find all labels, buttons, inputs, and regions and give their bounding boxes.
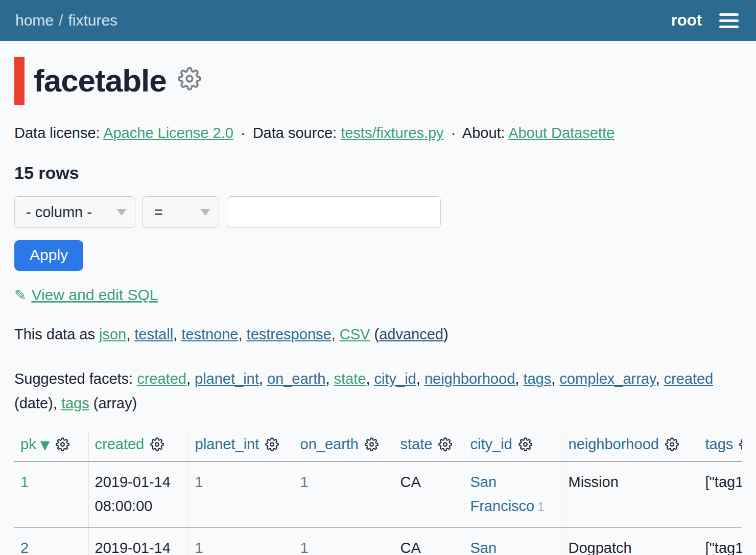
filter-column-select[interactable]: - column - xyxy=(14,196,135,228)
view-edit-sql-link[interactable]: View and edit SQL xyxy=(31,286,158,303)
separator-dot: · xyxy=(241,125,246,141)
cell-neighborhood: Mission xyxy=(562,461,699,527)
cell-neighborhood: Dogpatch xyxy=(562,527,699,555)
about-label: About: xyxy=(462,125,505,141)
filter-column-value: - column - xyxy=(26,204,92,221)
export-links-line: This data asjson, testall, testnone, tes… xyxy=(14,326,742,343)
breadcrumb-fixtures-link[interactable]: fixtures xyxy=(68,12,117,29)
breadcrumb-separator: / xyxy=(59,12,63,29)
source-link[interactable]: tests/fixtures.py xyxy=(341,125,443,141)
cell-on-earth: 1 xyxy=(294,461,394,527)
logged-in-user[interactable]: root xyxy=(671,11,702,30)
license-link[interactable]: Apache License 2.0 xyxy=(103,125,233,141)
column-gear-icon[interactable] xyxy=(739,437,742,451)
export-testresponse-link[interactable]: testresponse xyxy=(247,326,332,342)
cell-tags: ["tag1", "tag2"] xyxy=(699,461,742,527)
source-label: Data source: xyxy=(253,125,337,141)
facet-tags-link[interactable]: tags xyxy=(523,371,551,387)
facet-city-id-link[interactable]: city_id xyxy=(374,371,416,387)
facet-tags-array-link[interactable]: tags xyxy=(61,395,89,411)
data-table: pk▼ created planet_int on_earth state xyxy=(14,431,742,555)
export-testnone-link[interactable]: testnone xyxy=(181,326,238,342)
filter-operator-select[interactable]: = xyxy=(143,196,219,228)
sort-desc-icon: ▼ xyxy=(40,438,50,452)
about-link[interactable]: About Datasette xyxy=(508,125,615,141)
chevron-down-icon xyxy=(116,209,127,216)
column-gear-icon[interactable] xyxy=(56,437,69,451)
column-gear-icon[interactable] xyxy=(265,437,279,451)
separator-dot: · xyxy=(451,125,456,141)
row-count: 15 rows xyxy=(14,163,742,183)
cell-state: CA xyxy=(394,527,464,555)
metadata-line: Data license: Apache License 2.0 · Data … xyxy=(14,125,742,142)
chevron-down-icon xyxy=(200,209,210,216)
license-label: Data license: xyxy=(14,125,100,141)
table-settings-gear-icon[interactable] xyxy=(178,67,201,90)
table-row: 1 2019-01-14 08:00:00 1 1 CA San Francis… xyxy=(14,461,742,527)
main-content: facetable Data license: Apache License 2… xyxy=(0,56,756,555)
cell-created: 2019-01-14 08:00:00 xyxy=(88,527,188,555)
data-table-wrapper: pk▼ created planet_int on_earth state xyxy=(14,431,742,555)
column-gear-icon[interactable] xyxy=(438,437,452,451)
cell-planet-int: 1 xyxy=(188,461,294,527)
column-header-created[interactable]: created xyxy=(88,431,188,461)
row-pk-link[interactable]: 2 xyxy=(20,540,29,555)
table-row: 2 2019-01-14 08:00:00 1 1 CA San Francis… xyxy=(14,527,742,555)
title-accent-bar xyxy=(14,57,25,105)
column-header-pk[interactable]: pk▼ xyxy=(14,431,88,461)
facet-on-earth-link[interactable]: on_earth xyxy=(267,371,326,387)
pencil-icon: ✎ xyxy=(14,287,26,304)
cell-created: 2019-01-14 08:00:00 xyxy=(88,461,188,527)
column-header-neighborhood[interactable]: neighborhood xyxy=(562,431,699,461)
column-header-on-earth[interactable]: on_earth xyxy=(294,431,394,461)
column-gear-icon[interactable] xyxy=(665,437,679,451)
cell-city-id: San Francisco1 xyxy=(464,527,562,555)
export-advanced-link[interactable]: advanced xyxy=(379,326,443,342)
column-gear-icon[interactable] xyxy=(518,437,532,451)
facet-state-link[interactable]: state xyxy=(334,371,366,387)
column-header-city-id[interactable]: city_id xyxy=(464,431,562,461)
row-pk-link[interactable]: 1 xyxy=(20,474,29,490)
column-header-tags[interactable]: tags xyxy=(699,431,742,461)
suggested-facets-line: Suggested facets:created, planet_int, on… xyxy=(14,366,742,416)
table-header-row: pk▼ created planet_int on_earth state xyxy=(14,431,742,461)
cell-on-earth: 1 xyxy=(294,527,394,555)
page-title: facetable xyxy=(34,65,167,97)
export-prefix: This data as xyxy=(14,326,95,342)
filter-value-input[interactable] xyxy=(227,196,441,228)
breadcrumb: home/fixtures xyxy=(15,12,117,29)
cell-planet-int: 1 xyxy=(188,527,294,555)
fk-raw-value: 1 xyxy=(537,500,544,514)
facet-created-link[interactable]: created xyxy=(137,371,186,387)
filter-row: - column - = xyxy=(14,196,742,228)
cell-state: CA xyxy=(394,461,464,527)
facet-created-date-link[interactable]: created xyxy=(664,371,714,387)
export-testall-link[interactable]: testall xyxy=(134,326,173,342)
column-header-state[interactable]: state xyxy=(394,431,464,461)
filter-operator-value: = xyxy=(154,204,163,221)
sql-link-row: ✎View and edit SQL xyxy=(14,286,742,304)
city-link[interactable]: San Francisco xyxy=(470,540,535,555)
menu-icon[interactable] xyxy=(719,11,739,30)
column-gear-icon[interactable] xyxy=(150,437,164,451)
apply-button[interactable]: Apply xyxy=(14,240,83,271)
top-nav: home/fixtures root xyxy=(0,0,756,41)
column-gear-icon[interactable] xyxy=(365,437,379,451)
page-title-row: facetable xyxy=(14,56,742,105)
facet-neighborhood-link[interactable]: neighborhood xyxy=(424,371,515,387)
export-json-link[interactable]: json xyxy=(99,326,126,342)
cell-pk: 2 xyxy=(14,527,88,555)
cell-pk: 1 xyxy=(14,461,88,527)
cell-tags: ["tag1", "tag3"] xyxy=(699,527,742,555)
column-header-planet-int[interactable]: planet_int xyxy=(188,431,294,461)
cell-city-id: San Francisco1 xyxy=(464,461,562,527)
export-csv-link[interactable]: CSV xyxy=(340,326,370,342)
facet-planet-int-link[interactable]: planet_int xyxy=(195,371,259,387)
facets-prefix: Suggested facets: xyxy=(14,371,133,387)
city-link[interactable]: San Francisco xyxy=(470,474,535,514)
facet-complex-array-link[interactable]: complex_array xyxy=(559,371,655,387)
breadcrumb-home-link[interactable]: home xyxy=(15,12,54,29)
